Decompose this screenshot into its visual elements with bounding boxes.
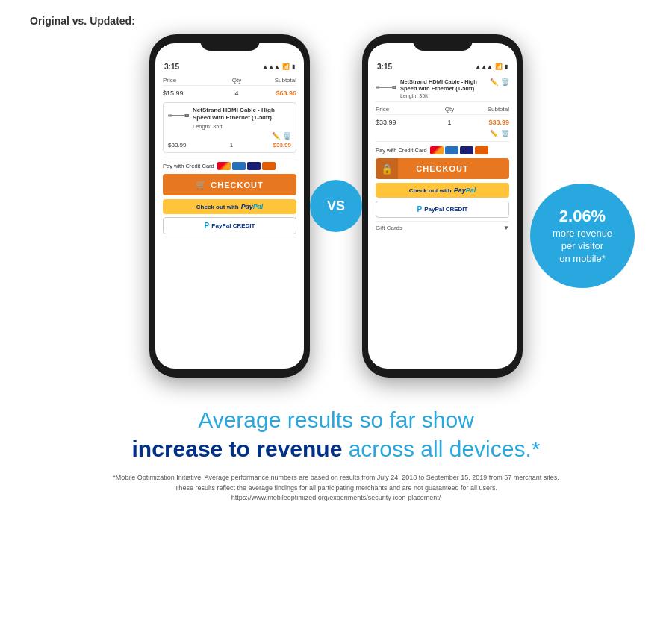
subtotal-col-header: Subtotal (252, 77, 296, 84)
mastercard-icon (217, 162, 231, 170)
cart-item2-length: Length: 35ft (193, 123, 291, 130)
disclaimer-text: *Mobile Optimization Initiative. Average… (75, 473, 597, 504)
item1-qty: 4 (222, 90, 252, 97)
right-price: $33.99 (376, 119, 435, 126)
phone-right-content: NetStrand HDMI Cable - High Speed with E… (368, 72, 517, 239)
phone-left-screen: 3:15 ▲▲▲ 📶 ▮ Price Qty Subtotal (155, 43, 304, 369)
cart-item1-prices: $15.99 4 $63.96 (163, 88, 296, 98)
qty-col-header: Qty (222, 77, 252, 84)
right-paypal-p: P (417, 205, 423, 213)
increase-revenue-text: increase to revenue (132, 436, 343, 461)
delete-icon[interactable]: 🗑️ (283, 132, 291, 140)
vs-circle: VS (310, 180, 362, 232)
discover-icon (262, 162, 276, 170)
right-item-actions: ✏️ 🗑️ (490, 78, 509, 86)
bubble-line3: on mobile* (559, 253, 605, 264)
delete-icon-r2[interactable]: 🗑️ (501, 130, 509, 137)
cable-product-icon-right (376, 80, 396, 95)
right-qty-header: Qty (435, 106, 464, 113)
cable-product-icon (168, 108, 189, 123)
across-devices-text: across all devices.* (342, 436, 540, 461)
bubble-content: 2.06% more revenue per visitor on mobile… (553, 206, 612, 265)
phone-left-time: 3:15 (164, 63, 179, 71)
phone-left-notch (200, 34, 260, 51)
right-credit-cards (430, 146, 488, 154)
phone-right: 3:15 ▲▲▲ 📶 ▮ (362, 34, 523, 378)
paypal-button-left[interactable]: Check out with PayPal (163, 199, 296, 214)
paypal-credit-button-left[interactable]: P PayPal CREDIT (163, 217, 296, 234)
edit-icon-right[interactable]: ✏️ (490, 78, 498, 86)
checkout-button-right[interactable]: 🔒 CHECKOUT (376, 158, 509, 179)
chevron-down-icon: ▼ (503, 225, 509, 231)
phone-right-status-bar: 3:15 ▲▲▲ 📶 ▮ (368, 60, 517, 72)
item2-price: $33.99 (168, 142, 217, 148)
svg-rect-0 (168, 115, 172, 117)
svg-rect-5 (380, 87, 393, 87)
right-paypal-text: Check out with (409, 187, 452, 194)
phones-comparison: 3:15 ▲▲▲ 📶 ▮ Price Qty Subtotal (30, 34, 642, 378)
cart-item2: NetStrand HDMI Cable - High Speed with E… (163, 102, 296, 153)
item1-price: $15.99 (163, 90, 222, 97)
phone-left-content: Price Qty Subtotal $15.99 4 $63.96 (155, 72, 304, 239)
right-cart-header: Price Qty Subtotal (376, 104, 509, 115)
item2-subtotal: $33.99 (246, 142, 291, 148)
checkout-button-left[interactable]: 🛒 CHECKOUT (163, 174, 296, 195)
paypal-p-icon: P (205, 222, 210, 230)
right-subtotal: $33.99 (464, 119, 509, 126)
paypal-logo-text: PayPal (241, 203, 264, 210)
battery-icon: ▮ (292, 63, 295, 70)
cart-item2-prices: $33.99 1 $33.99 (168, 142, 291, 148)
paypal-credit-label-left: PayPal CREDIT (211, 222, 255, 229)
right-visa-icon (460, 146, 473, 154)
phone-left: 3:15 ▲▲▲ 📶 ▮ Price Qty Subtotal (149, 34, 310, 378)
bubble-percent: 2.06% (553, 206, 612, 228)
svg-rect-4 (376, 87, 380, 89)
right-pay-credit-label: Pay with Credit Card (376, 146, 509, 154)
lock-icon: 🔒 (381, 163, 393, 175)
paypal-checkout-text: Check out with (196, 204, 239, 210)
right-paypal-logo: PayPal (454, 187, 476, 194)
revenue-bubble: 2.06% more revenue per visitor on mobile… (530, 184, 635, 288)
right-price-header: Price (376, 106, 435, 113)
svg-point-3 (186, 115, 188, 117)
bottom-section: Average results so far show increase to … (30, 400, 642, 504)
paypal-button-right[interactable]: Check out with PayPal (376, 183, 509, 198)
right-qty: 1 (435, 119, 464, 126)
checkout-label-right: CHECKOUT (416, 164, 468, 173)
cart-item2-top: NetStrand HDMI Cable - High Speed with E… (168, 107, 291, 130)
edit-icon-r2[interactable]: ✏️ (490, 130, 498, 137)
credit-cards-icons (217, 162, 276, 170)
cart-item2-actions: ✏️ 🗑️ (168, 132, 291, 140)
average-line: Average results so far show (75, 407, 597, 433)
cart-header-row: Price Qty Subtotal (163, 75, 296, 86)
item1-subtotal: $63.96 (252, 90, 296, 97)
svg-rect-1 (172, 115, 185, 116)
cart-item2-name: NetStrand HDMI Cable - High Speed with E… (193, 107, 291, 121)
visa-icon (247, 162, 261, 170)
right-discover-icon (475, 146, 488, 154)
battery-icon-right: ▮ (505, 63, 508, 70)
right-item-name: NetStrand HDMI Cable - High Speed with E… (400, 78, 486, 92)
checkout-label-left: CHECKOUT (211, 181, 263, 190)
cart-divider (163, 157, 296, 157)
delete-icon-right[interactable]: 🗑️ (501, 78, 509, 86)
phone-left-status-bar: 3:15 ▲▲▲ 📶 ▮ (155, 60, 304, 72)
edit-icon[interactable]: ✏️ (272, 132, 280, 140)
svg-point-7 (393, 87, 396, 89)
vs-text: VS (327, 198, 345, 214)
right-item-length: Length: 35ft (400, 93, 486, 98)
bubble-line2: per visitor (561, 240, 603, 251)
paypal-credit-button-right[interactable]: P PayPal CREDIT (376, 201, 509, 218)
signal-icon-right: ▲▲▲ (475, 63, 493, 70)
right-divider (376, 141, 509, 142)
right-subtotal-header: Subtotal (464, 106, 509, 113)
right-mastercard-icon (430, 146, 444, 154)
gift-cards-text: Gift Cards (376, 225, 402, 231)
revenue-line: increase to revenue across all devices.* (75, 436, 597, 462)
bubble-line1: more revenue (553, 228, 612, 239)
right-pay-credit-text: Pay with Credit Card (376, 147, 427, 154)
payment-section-left: Pay with Credit Card 🛒 CHECKOUT (163, 162, 296, 234)
cart-icon: 🛒 (196, 180, 207, 190)
gift-cards-row: Gift Cards ▼ (376, 221, 509, 234)
phone-right-screen: 3:15 ▲▲▲ 📶 ▮ (368, 43, 517, 369)
